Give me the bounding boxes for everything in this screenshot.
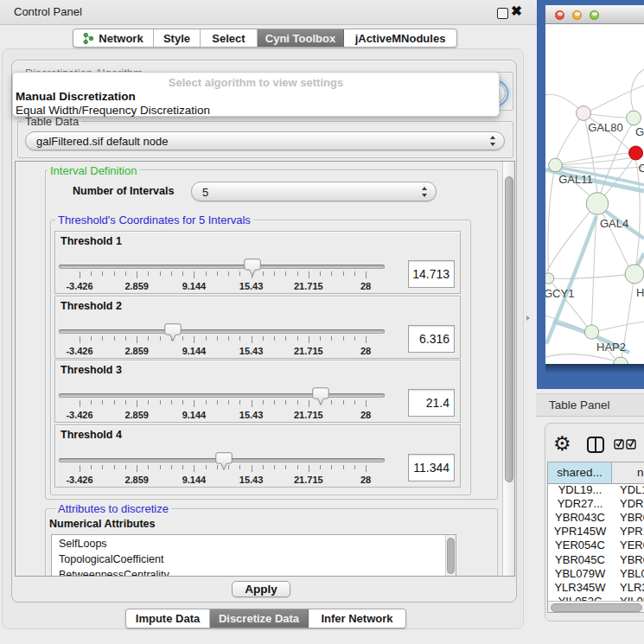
close-light[interactable] [555, 10, 564, 20]
slider-track[interactable] [59, 329, 385, 334]
slider-thumb[interactable] [164, 323, 182, 343]
table-cell-shared-name[interactable]: YBL079W [548, 567, 612, 581]
bottom-tab-discretize-data[interactable]: Discretize Data [210, 609, 309, 628]
settings-scrollbar-thumb[interactable] [505, 176, 513, 482]
table-data-combobox-value: galFiltered.sif default node [36, 135, 168, 148]
apply-button[interactable]: Apply [232, 581, 290, 597]
threshold-value-field[interactable]: 11.344 [408, 454, 455, 481]
table-cell-name[interactable]: YLR345W [620, 581, 644, 595]
slider-track[interactable] [59, 393, 385, 398]
table-data-combobox[interactable]: galFiltered.sif default node [25, 131, 505, 150]
threshold-panel-4: Threshold 4-3.4262.8599.14415.4321.71528… [54, 424, 461, 488]
slider-minor-tick [206, 271, 207, 276]
threshold-label: Threshold 2 [61, 300, 122, 312]
attribute-item[interactable]: TopologicalCoefficient [59, 553, 163, 565]
tab-network[interactable]: Network [73, 29, 154, 47]
column-select-icon[interactable] [614, 438, 638, 450]
bottom-tab-impute-data[interactable]: Impute Data [126, 609, 210, 628]
list-scrollbar-thumb[interactable] [447, 538, 455, 574]
threshold-panel-3: Threshold 3-3.4262.8599.14415.4321.71528… [54, 360, 461, 423]
table-cell-name[interactable]: YBL079W [620, 567, 644, 581]
slider-minor-tick [114, 271, 115, 276]
column-header-name[interactable]: name [612, 462, 644, 483]
slider-minor-tick [125, 400, 126, 405]
float-icon[interactable] [497, 8, 508, 19]
slider-major-tick [309, 336, 309, 343]
network-window-titlebar[interactable] [545, 5, 644, 24]
numerical-attributes-list[interactable]: SelfLoopsTopologicalCoefficientBetweenne… [51, 534, 456, 576]
table-hscrollbar-thumb[interactable] [551, 603, 642, 612]
table-cell-name[interactable]: YDL19 [620, 483, 644, 497]
slider-minor-tick [228, 271, 229, 276]
slider-tick-label: 2.859 [124, 346, 149, 356]
threshold-value-field[interactable]: 14.713 [408, 260, 455, 288]
gear-icon[interactable]: ⚙ [553, 432, 571, 456]
table-cell-shared-name[interactable]: YBR045C [548, 553, 612, 567]
popup-option-manual[interactable]: Manual Discretization [16, 90, 136, 103]
network-canvas[interactable]: GAL80GACYGAL11GAL4GCY1HHAP2 [545, 24, 644, 364]
popup-option-equal-width[interactable]: Equal Width/Frequency Discretization [16, 104, 210, 117]
table-cell-name[interactable]: YDR27 [620, 497, 644, 511]
screen: { "glyphs": {"close_icon": "\u2716", "ge… [0, 0, 644, 644]
slider-minor-tick [160, 400, 161, 405]
table-cell-name[interactable]: YPR145W [620, 525, 644, 539]
tab-select[interactable]: Select [201, 29, 258, 47]
slider-track[interactable] [59, 265, 385, 269]
slider-minor-tick [148, 336, 149, 341]
slider-major-tick [80, 336, 80, 343]
control-panel-titlebar: Control Panel ✖ [0, 0, 537, 25]
threshold-value-field[interactable]: 21.4 [408, 389, 455, 417]
table-cell-name[interactable]: YBR043C [620, 511, 644, 525]
slider-minor-tick [239, 400, 240, 405]
network-edge [634, 161, 640, 274]
tab-label: Select [212, 32, 245, 45]
network-edge [548, 165, 555, 271]
split-columns-icon[interactable] [587, 437, 604, 453]
tab-cyni-toolbox[interactable]: Cyni Toolbox [258, 29, 344, 47]
slider-minor-tick [354, 465, 355, 469]
column-header-shared-name[interactable]: shared... [548, 462, 612, 483]
attribute-item[interactable]: SelfLoops [59, 538, 107, 550]
slider-tick-label: 15.43 [239, 410, 264, 420]
popup-prompt-item[interactable]: Select algorithm to view settings [13, 76, 499, 89]
table-cell-name[interactable]: YBR045C [620, 553, 644, 567]
tab-style[interactable]: Style [154, 29, 201, 47]
zoom-light[interactable] [590, 10, 599, 20]
slider-minor-tick [102, 336, 103, 341]
settings-scrollbar[interactable] [502, 162, 514, 576]
slider-thumb[interactable] [312, 387, 329, 407]
table-cell-shared-name[interactable]: YDL19... [548, 483, 612, 497]
slider-minor-tick [274, 336, 275, 341]
list-scrollbar[interactable] [445, 535, 456, 576]
table-cell-shared-name[interactable]: YBR043C [548, 511, 612, 525]
slider-thumb[interactable] [215, 452, 233, 472]
table-hscrollbar[interactable] [548, 601, 644, 613]
slider-minor-tick [285, 400, 286, 405]
tab-jactivemnodules[interactable]: jActiveMNodules [344, 29, 456, 47]
slider-tick-label: 15.43 [239, 475, 264, 485]
splitpane-collapse-icon[interactable] [526, 316, 530, 321]
slider-tick-label: 21.715 [294, 475, 323, 485]
minimize-light[interactable] [572, 10, 582, 20]
tab-label: Style [163, 32, 190, 45]
table-cell-name[interactable]: YER054C [620, 539, 644, 552]
table-cell-shared-name[interactable]: YLR345W [548, 581, 612, 595]
slider-minor-tick [102, 465, 103, 469]
slider-minor-tick [297, 271, 298, 276]
number-of-intervals-combobox[interactable]: 5 [191, 182, 437, 201]
network-node-label: GA [635, 125, 644, 138]
bottom-tab-infer-network[interactable]: Infer Network [309, 609, 405, 628]
table-cell-shared-name[interactable]: YDR27... [548, 497, 612, 511]
table-cell-shared-name[interactable]: YPR145W [548, 525, 612, 539]
slider-thumb[interactable] [244, 258, 261, 278]
table-cell-shared-name[interactable]: YER054C [548, 539, 612, 552]
attribute-item[interactable]: BetweennessCentrality [59, 569, 169, 576]
slider-tick-label: 21.715 [294, 346, 323, 356]
close-icon[interactable]: ✖ [511, 4, 522, 18]
slider-tick-label: 2.859 [124, 410, 149, 420]
slider-minor-tick [125, 465, 126, 469]
threshold-value-field[interactable]: 6.316 [408, 325, 455, 353]
slider-major-tick [80, 400, 80, 407]
slider-minor-tick [354, 271, 355, 276]
cyni-mode-tabs: Impute DataDiscretize DataInfer Network [125, 609, 406, 628]
